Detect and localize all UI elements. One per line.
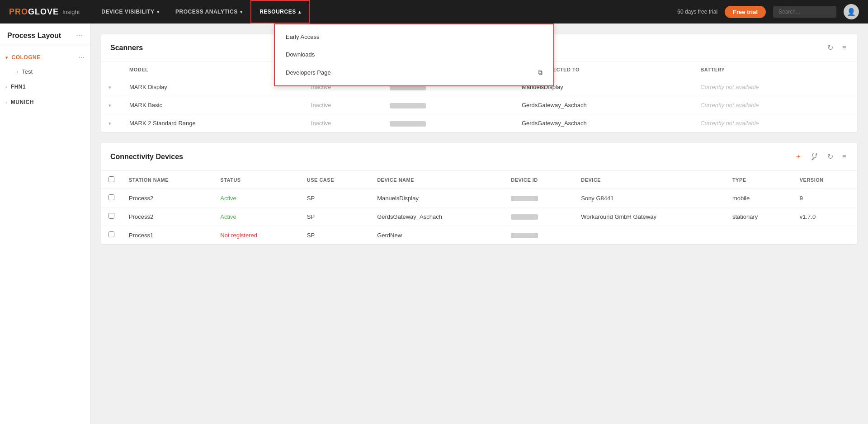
- sidebar-item-test[interactable]: › Test: [0, 65, 90, 78]
- trial-text: 60 days free trial: [677, 9, 717, 15]
- col-version: VERSION: [793, 171, 857, 189]
- battery-cell: Currently not available: [693, 78, 857, 96]
- col-status: STATUS: [213, 171, 299, 189]
- chevron-down-icon: ▾: [5, 55, 8, 60]
- cologne-options-icon[interactable]: ···: [79, 53, 85, 61]
- search-input[interactable]: [773, 6, 836, 18]
- nav-device-visibility[interactable]: DEVICE VISIBILITY ▾: [93, 0, 167, 24]
- expand-cell[interactable]: ▾: [101, 96, 122, 114]
- row-checkbox[interactable]: [108, 213, 114, 219]
- last-connected-cell: GerdsGateway_Aschach: [514, 114, 693, 132]
- scanners-refresh-button[interactable]: ↻: [826, 42, 835, 54]
- chevron-up-icon: ▴: [298, 9, 301, 14]
- sidebar-header: Process Layout ···: [0, 24, 90, 46]
- row-checkbox[interactable]: [108, 231, 114, 237]
- sidebar-group-fhn1-header[interactable]: › FHN1: [0, 80, 90, 94]
- connectivity-add-button[interactable]: ＋: [793, 150, 804, 163]
- last-connected-cell: GerdsGateway_Aschach: [514, 96, 693, 114]
- status-cell: Not registered: [213, 226, 299, 245]
- connectivity-header: Connectivity Devices ＋ ↻ ≡: [101, 143, 857, 171]
- connectivity-card: Connectivity Devices ＋ ↻ ≡ STA: [101, 143, 857, 244]
- device-name-cell: ManuelsDisplay: [370, 189, 504, 207]
- col-battery: BATTERY: [693, 61, 857, 78]
- sidebar-section: ▾ COLOGNE ··· › Test › FHN1: [0, 46, 90, 114]
- row-checkbox-cell[interactable]: [101, 189, 122, 207]
- connectivity-title: Connectivity Devices: [110, 153, 183, 161]
- col-station-name: STATION NAME: [122, 171, 213, 189]
- device-id-cell: [504, 207, 574, 226]
- type-cell: [725, 226, 793, 245]
- scanners-title: Scanners: [110, 44, 143, 52]
- station-name-cell: Process2: [122, 189, 213, 207]
- scanners-filter-button[interactable]: ≡: [840, 42, 848, 54]
- chevron-right-icon: ›: [16, 68, 18, 75]
- chevron-right-icon: ›: [5, 100, 7, 105]
- device-cell: Workaround GmbH Gateway: [574, 207, 725, 226]
- connectivity-table: STATION NAME STATUS USE CASE DEVICE NAME…: [101, 171, 857, 244]
- col-expand: [101, 61, 122, 78]
- status-cell: Active: [213, 207, 299, 226]
- expand-cell[interactable]: ▾: [101, 114, 122, 132]
- sidebar-group-munich: › MUNICH: [0, 95, 90, 109]
- connectivity-table-head: STATION NAME STATUS USE CASE DEVICE NAME…: [101, 171, 857, 189]
- wrench-icon: [811, 153, 818, 160]
- connectivity-actions: ＋ ↻ ≡: [793, 150, 848, 163]
- free-trial-button[interactable]: Free trial: [725, 6, 766, 18]
- device-id-cell: [504, 189, 574, 207]
- serial-cell: [382, 96, 514, 114]
- col-device: DEVICE: [574, 171, 725, 189]
- table-row: ▾ MARK Basic Inactive GerdsGateway_Ascha…: [101, 96, 857, 114]
- external-link-icon: ⧉: [538, 69, 542, 76]
- sidebar-title: Process Layout: [7, 32, 61, 40]
- munich-label: › MUNICH: [5, 99, 34, 105]
- device-cell: Sony G8441: [574, 189, 725, 207]
- row-checkbox-cell[interactable]: [101, 226, 122, 245]
- connectivity-configure-button[interactable]: [809, 151, 820, 162]
- version-cell: v1.7.0: [793, 207, 857, 226]
- nav-process-analytics[interactable]: PROCESS ANALYTICS ▾: [167, 0, 250, 24]
- sidebar-group-fhn1: › FHN1: [0, 80, 90, 94]
- battery-cell: Currently not available: [693, 114, 857, 132]
- dropdown-early-access[interactable]: Early Access: [275, 28, 553, 46]
- logo[interactable]: PROGLOVE Insight: [9, 7, 80, 17]
- row-checkbox[interactable]: [108, 194, 114, 200]
- expand-cell[interactable]: ▾: [101, 78, 122, 96]
- use-case-cell: SP: [300, 189, 370, 207]
- table-row: Process1 Not registered SP GerdNew: [101, 226, 857, 245]
- nav-resources[interactable]: RESOURCES ▴: [250, 0, 310, 24]
- top-navigation: PROGLOVE Insight DEVICE VISIBILITY ▾ PRO…: [0, 0, 868, 24]
- cologne-label: ▾ COLOGNE: [5, 54, 41, 61]
- row-checkbox-cell[interactable]: [101, 207, 122, 226]
- status-cell: Active: [213, 189, 299, 207]
- logo-glove: GLOVE: [28, 7, 59, 17]
- serial-cell: [382, 114, 514, 132]
- avatar[interactable]: 👤: [844, 4, 859, 19]
- select-all-checkbox[interactable]: [108, 176, 114, 182]
- dropdown-developers-page[interactable]: Developers Page ⧉: [275, 63, 553, 82]
- model-cell: MARK 2 Standard Range: [122, 114, 304, 132]
- use-case-cell: SP: [300, 207, 370, 226]
- connectivity-filter-button[interactable]: ≡: [840, 151, 848, 163]
- sidebar-group-munich-header[interactable]: › MUNICH: [0, 95, 90, 109]
- col-device-id: DEVICE ID: [504, 171, 574, 189]
- station-name-cell: Process2: [122, 207, 213, 226]
- status-cell: Inactive: [304, 114, 382, 132]
- type-cell: stationary: [725, 207, 793, 226]
- dropdown-downloads[interactable]: Downloads: [275, 46, 553, 63]
- logo-pro: PRO: [9, 7, 28, 17]
- chevron-down-icon: ▾: [240, 9, 243, 14]
- sidebar-menu-icon[interactable]: ···: [76, 31, 83, 40]
- station-name-cell: Process1: [122, 226, 213, 245]
- col-type: TYPE: [725, 171, 793, 189]
- model-cell: MARK Basic: [122, 96, 304, 114]
- table-row: ▾ MARK 2 Standard Range Inactive GerdsGa…: [101, 114, 857, 132]
- sidebar-group-cologne-header[interactable]: ▾ COLOGNE ···: [0, 50, 90, 65]
- col-device-name: DEVICE NAME: [370, 171, 504, 189]
- table-row: Process2 Active SP GerdsGateway_Aschach …: [101, 207, 857, 226]
- device-name-cell: GerdNew: [370, 226, 504, 245]
- connectivity-refresh-button[interactable]: ↻: [826, 151, 835, 163]
- col-use-case: USE CASE: [300, 171, 370, 189]
- sidebar: Process Layout ··· ▾ COLOGNE ··· › Test: [0, 24, 90, 424]
- table-row: Process2 Active SP ManuelsDisplay Sony G…: [101, 189, 857, 207]
- battery-cell: Currently not available: [693, 96, 857, 114]
